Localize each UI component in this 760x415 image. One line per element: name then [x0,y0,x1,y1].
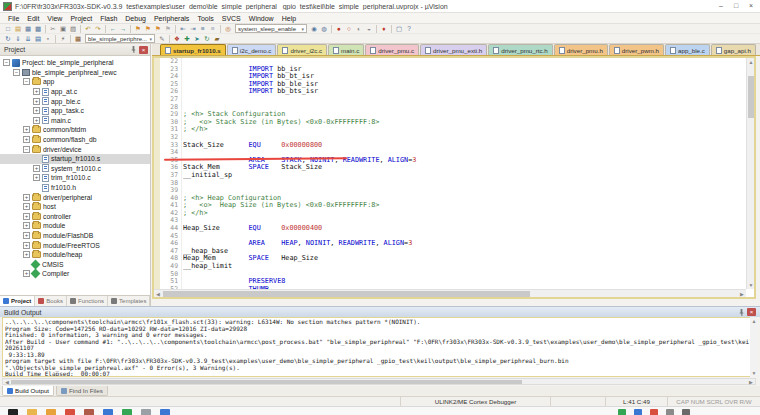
menu-tools[interactable]: Tools [193,15,217,22]
tree-item-app-task-c[interactable]: +app_task.c [0,106,150,116]
open-file-button[interactable]: ▤ [13,24,23,33]
save-all-button[interactable]: ▩ [33,24,43,33]
project-targets-button[interactable]: ▰ [212,34,222,43]
tree-item-module-heap[interactable]: +module/heap [0,250,150,260]
panel-tab-books[interactable]: Books [35,296,67,306]
tab-driver_pmu.h[interactable]: driver_pmu.h [554,44,608,55]
tree-item-compiler[interactable]: +Compiler [0,269,150,279]
tree-item-driver-peripheral[interactable]: +driver/peripheral [0,192,150,202]
tree-item-controller[interactable]: +controller [0,212,150,222]
tab-i2c_demo.c[interactable]: i2c_demo.c [227,44,277,55]
horizontal-scroll-thumb[interactable] [163,291,530,297]
expand-icon[interactable]: + [23,242,30,249]
tree-item-cmsis[interactable]: CMSIS [0,259,150,269]
expand-icon[interactable]: + [33,107,40,114]
editor-vertical-scrollbar[interactable]: ▲ ▼ [746,58,754,289]
tree-item-app[interactable]: −app [0,77,150,87]
expand-icon[interactable]: + [33,174,40,181]
bookmark-clear-all-button[interactable]: ⚑ [163,24,173,33]
tree-item-common-flash-db[interactable]: +common/flash_db [0,135,150,145]
tray-icon-1[interactable] [618,409,626,415]
expand-icon[interactable]: + [23,213,30,220]
collapse-icon[interactable]: − [23,146,30,153]
target-select-combo[interactable]: ble_simple_periphre...▾ [85,34,155,43]
editor-horizontal-scrollbar[interactable]: ◀ ▶ [154,289,746,297]
help-button[interactable]: ? [404,24,414,33]
expand-icon[interactable]: + [33,98,40,105]
panel-tab-functions[interactable]: Functions [67,296,108,306]
paste-button[interactable]: ▨ [68,24,78,33]
kill-all-breakpoints-button[interactable]: ○ [344,24,354,33]
expand-icon[interactable]: + [23,203,30,210]
configure-target-wand-button[interactable]: ✎ [157,34,167,43]
scroll-up-icon[interactable]: ▲ [747,58,755,66]
panel-tab-project[interactable]: Project [0,296,35,306]
rebuild-all-button[interactable]: ⇊ [23,34,33,43]
books-navigate-button[interactable]: ➤ [192,34,202,43]
vertical-scroll-thumb[interactable] [748,76,754,118]
uncomment-selection-button[interactable]: ≡ [208,24,218,33]
outdent-button[interactable]: ⇤ [178,24,188,33]
project-panel-close-icon[interactable]: × [139,46,148,54]
new-file-button[interactable]: □ [3,24,13,33]
tree-item-main-c[interactable]: +main.c [0,116,150,126]
horizontal-scroll-thumb[interactable] [11,380,522,384]
window-layout-button[interactable]: ▢ [394,24,404,33]
tree-item-app-at-c[interactable]: +app_at.c [0,87,150,97]
tree-item-ble-simple-periphreal-rewc[interactable]: −ble_simple_periphreal_rewc [0,68,150,78]
tree-item-common-btdm[interactable]: +common/btdm [0,125,150,135]
target-options-button[interactable]: ▦ [73,34,83,43]
comment-selection-button[interactable]: ≡ [198,24,208,33]
translate-file-button[interactable]: ↻ [3,34,13,43]
windows-start-icon[interactable] [8,409,18,415]
download-flash-button[interactable]: ⚡ [58,34,68,43]
cut-button[interactable]: ✂ [48,24,58,33]
chevron-down-icon[interactable]: ▾ [149,36,152,42]
collapse-icon[interactable]: − [3,59,10,66]
stop-build-button[interactable]: ▪ [43,34,53,43]
bookmark-prev-button[interactable]: ⚑ [143,24,153,33]
code-text-area[interactable]: IMPORT bb_isr IMPORT bb_bt_isr IMPORT bb… [183,58,746,289]
disable-all-breakpoints-button[interactable]: ◒ [364,24,374,33]
menu-svcs[interactable]: SVCS [218,15,245,22]
tab-driver_pmu_rtc.h[interactable]: driver_pmu_rtc.h [488,44,552,55]
expand-icon[interactable]: + [23,232,30,239]
tab-driver_i2c.c[interactable]: driver_i2c.c [277,44,327,55]
start-debug-session-button[interactable]: ♦ [379,24,389,33]
scroll-down-icon[interactable]: ▼ [750,369,758,377]
tree-item-module[interactable]: +module [0,221,150,231]
maximize-button[interactable]: □ [729,1,743,11]
close-button[interactable]: × [744,1,758,11]
menu-edit[interactable]: Edit [23,15,43,22]
menu-file[interactable]: File [4,15,23,22]
tree-item-fr1010-h[interactable]: fr1010.h [0,183,150,193]
expand-icon[interactable]: + [33,117,40,124]
tab-driver_pwm.h[interactable]: driver_pwm.h [609,44,664,55]
menu-window[interactable]: Window [245,15,278,22]
tray-icon-3[interactable] [650,409,658,415]
build-output-close-icon[interactable]: × [747,308,756,316]
navigate-back-button[interactable]: ← [108,24,118,33]
tray-icon-5[interactable] [682,409,690,415]
pinned-app-5-icon[interactable] [122,409,132,415]
tab-gap_api.h[interactable]: gap_api.h [711,44,756,55]
panel-tab-templates[interactable]: Templates [108,296,150,306]
copy-button[interactable]: ▣ [58,24,68,33]
tree-item-trim-fr1010-c[interactable]: +trim_fr1010.c [0,173,150,183]
batch-build-button[interactable]: ▤ [33,34,43,43]
build-output-scrollbar[interactable]: ▲ ▼ [750,317,758,377]
build-output-horizontal-scrollbar[interactable]: ◀ ▶ [2,378,756,385]
pin-icon[interactable] [130,46,137,53]
pinned-app-6-icon[interactable] [141,409,151,415]
tab-driver_pmu.c[interactable]: driver_pmu.c [365,44,419,55]
tree-item-system-fr1010-c[interactable]: +system_fr1010.c [0,164,150,174]
tree-item-app-ble-c[interactable]: +app_ble.c [0,96,150,106]
menu-debug[interactable]: Debug [121,15,150,22]
bottom-tab-find-in-files[interactable]: Find In Files [56,386,108,396]
redo-button[interactable]: ↷ [93,24,103,33]
manage-run-time-environment-button[interactable]: ❖ [172,34,182,43]
navigate-forward-button[interactable]: → [118,24,128,33]
pack-installer-button[interactable]: ✚ [182,34,192,43]
tree-item-startup-fr1010-s[interactable]: startup_fr1010.s [0,154,150,164]
pinned-app-1-icon[interactable] [46,409,56,415]
